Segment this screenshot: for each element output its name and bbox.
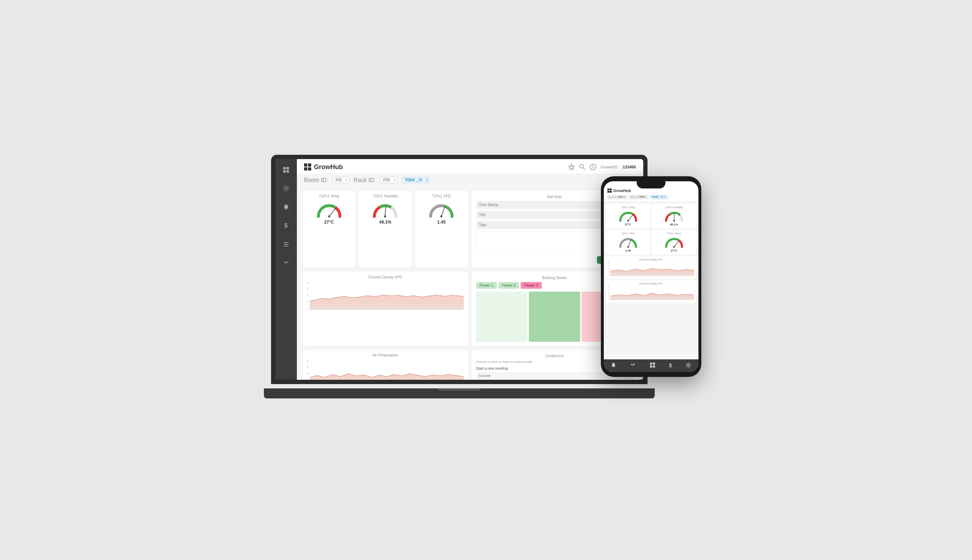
phone-nav-bell[interactable] (611, 362, 616, 369)
phone-gauge-humidity-svg (663, 209, 685, 222)
flower-tab-2[interactable]: Flower 2 (498, 282, 519, 289)
phone-gauge-humidity: T1Pc1 Humidity 49.1% (652, 204, 696, 228)
sidebar-icon-bell[interactable] (281, 202, 291, 212)
flower-tab-1[interactable]: Flower 1 (476, 282, 497, 289)
gauge-vpd-title: T1Pc1 VPD (432, 194, 451, 198)
svg-point-13 (580, 165, 583, 168)
phone-gauge-temp2: T1Pc1 Temp 27°C (652, 230, 696, 254)
gauge-humidity-title: T1Pc1 Humidity (372, 194, 398, 198)
gauge-temp-value: 27°C (324, 220, 334, 225)
sidebar-icon-dollar[interactable]: $ (281, 221, 291, 231)
chart-air-temp: Air Temperature 54321 (302, 350, 468, 380)
phone-chart-2-svg (610, 286, 694, 300)
chart-airtemp-area: 54321 (307, 359, 464, 380)
chart-gcvpd-area: 54321 (307, 281, 464, 310)
phone-nav-settings[interactable] (686, 362, 691, 369)
svg-rect-3 (286, 170, 289, 173)
search-icon[interactable] (579, 164, 586, 170)
phone-chart-2-title: Ground Canopy VPD (608, 282, 694, 285)
svg-point-21 (384, 215, 386, 217)
gauge-temp: T1Pc1 Temp (302, 191, 356, 268)
header-right: GrowerID: 123456 (568, 164, 636, 170)
phone-chart-1-area: 54321 (608, 262, 694, 276)
rack-id-filter[interactable]: FD5 (380, 177, 397, 183)
phone-gauge-vpd-value: 1.45 (625, 249, 631, 252)
svg-rect-1 (286, 167, 289, 170)
scene: $ (271, 155, 701, 406)
svg-point-11 (285, 245, 286, 247)
star-icon[interactable] (568, 164, 575, 170)
phone-chart-2-y: 54321 (608, 286, 609, 300)
svg-point-31 (673, 246, 675, 248)
phone-gauge-vpd: T1Pc1 VPD 1.45 (606, 230, 650, 254)
info-icon[interactable] (590, 164, 596, 170)
phone-chart-2: Ground Canopy VPD 54321 (606, 280, 696, 302)
svg-point-10 (286, 243, 287, 245)
phone-nav-plant[interactable] (630, 362, 636, 369)
svg-rect-33 (650, 363, 652, 365)
gauge-vpd: T1Pc1 VPD (415, 191, 468, 268)
laptop-base (264, 388, 655, 398)
svg-point-17 (593, 165, 593, 166)
phone-gauges-row-1: T1Pc1 Temp 27°C T1Pc1 Humidity (606, 204, 696, 228)
logo: GrowHub (304, 163, 343, 171)
app-name: GrowHub (314, 163, 343, 171)
sidebar-icon-grid[interactable] (281, 165, 291, 175)
svg-point-25 (627, 220, 629, 222)
phone-logo-grid-icon (607, 188, 612, 193)
svg-line-24 (628, 215, 633, 221)
gauge-humidity: T1Pc1 Humidity (359, 191, 412, 268)
phone-gauges-row-2: T1Pc1 VPD 1.45 T1Pc1 Temp (606, 230, 696, 254)
sidebar: $ (276, 159, 297, 380)
phone-chart-1-y: 54321 (608, 262, 609, 276)
phone-gauge-humidity-title: T1Pc1 Humidity (665, 206, 683, 208)
phone-gauge-vpd-title: T1Pc1 VPD (621, 232, 635, 235)
svg-line-20 (385, 206, 386, 217)
phone-gauge-temp: T1Pc1 Temp 27°C (606, 204, 650, 228)
svg-line-30 (674, 241, 679, 247)
phone-nav-dollar[interactable]: $ (669, 363, 672, 368)
phone-logo: GrowHub (607, 188, 695, 193)
phone-nav-grid[interactable] (650, 362, 655, 369)
svg-point-27 (673, 220, 675, 222)
dashboard: T1Pc1 Temp (297, 186, 643, 380)
laptop-screen: $ (276, 159, 643, 380)
phone-gauge-temp2-value: 27°C (671, 249, 677, 252)
logo-grid-icon (304, 163, 311, 170)
phone-app-name: GrowHub (613, 188, 631, 193)
gauge-humidity-svg (371, 200, 399, 218)
phone-gauge-temp2-svg (663, 235, 685, 248)
svg-line-26 (674, 213, 675, 221)
laptop-body: $ (271, 155, 648, 384)
phone-tghv-filter[interactable]: TGHV _00 ▾ (650, 195, 668, 199)
building-col-2 (529, 292, 580, 342)
gauge-humidity-value: 49.1% (379, 220, 391, 225)
laptop: $ (271, 155, 648, 398)
rack-id-label: Rack ID: (354, 177, 376, 183)
gauge-vpd-svg (427, 200, 456, 218)
chart-ground-canopy-vpd: Ground Canopy VPD 54321 (302, 272, 468, 346)
sidebar-icon-sliders[interactable] (281, 239, 291, 249)
sidebar-icon-plant[interactable] (281, 258, 291, 268)
phone-chart-2-area: 54321 (608, 286, 694, 300)
phone-rack-filter[interactable]: Rack ID: FD5▾ (629, 195, 649, 199)
phone-gauge-temp2-title: T1Pc1 Temp (667, 232, 681, 235)
building-col-1 (476, 292, 528, 342)
svg-marker-12 (569, 164, 575, 170)
phone-room-filter[interactable]: Room ID: F01▾ (607, 195, 628, 199)
grower-id-value: 123456 (623, 165, 636, 169)
filters-bar: Room ID: F01 Rack ID: FD5 TGHV _00 (297, 174, 643, 186)
tghv-filter[interactable]: TGHV _00 (402, 177, 430, 183)
sidebar-icon-settings[interactable] (281, 183, 291, 193)
phone-filters: Room ID: F01▾ Rack ID: FD5▾ TGHV _00 ▾ (607, 195, 695, 199)
phone-bottom-nav: $ (604, 359, 698, 372)
svg-line-18 (329, 208, 336, 217)
phone-chart-1-svg (610, 262, 694, 276)
phone-screen: GrowHub Room ID: F01▾ Rack ID: FD5▾ TGHV… (604, 181, 698, 372)
flower-tab-3[interactable]: Flower 3 (521, 282, 541, 289)
phone-gauge-vpd-svg (617, 235, 639, 248)
gauge-temp-title: T1Pc1 Temp (319, 194, 339, 198)
room-id-filter[interactable]: F01 (332, 177, 349, 183)
svg-point-19 (328, 215, 330, 217)
svg-point-32 (613, 367, 614, 367)
